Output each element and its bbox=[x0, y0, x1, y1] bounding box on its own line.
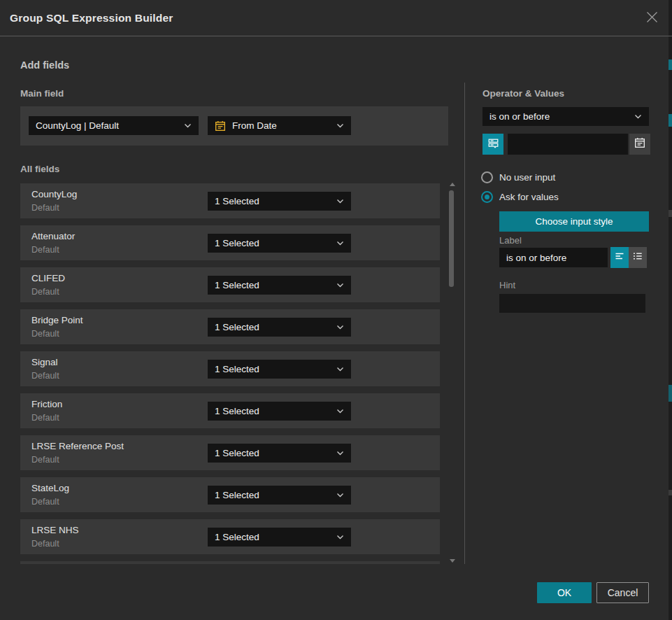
field-row-values-select[interactable]: 1 Selected bbox=[208, 486, 351, 505]
chevron-down-icon bbox=[336, 241, 344, 246]
list-scrollbar-thumb[interactable] bbox=[449, 190, 454, 287]
field-row-subtitle: Default bbox=[31, 287, 59, 297]
chevron-down-icon bbox=[336, 325, 344, 330]
hint-heading: Hint bbox=[499, 280, 515, 290]
field-row-values-select[interactable]: 1 Selected bbox=[208, 360, 351, 379]
field-row-subtitle: Default bbox=[31, 455, 59, 465]
close-icon bbox=[646, 11, 658, 26]
ok-button[interactable]: OK bbox=[537, 582, 592, 603]
close-button[interactable] bbox=[643, 9, 661, 27]
radio-no-user-input[interactable]: No user input bbox=[481, 171, 555, 183]
field-row: Bridge Point Default 1 Selected bbox=[20, 309, 440, 344]
field-row-subtitle: Default bbox=[31, 329, 59, 339]
field-row-values-select-value: 1 Selected bbox=[215, 406, 259, 416]
chevron-down-icon bbox=[634, 114, 642, 119]
chevron-down-icon bbox=[184, 123, 192, 128]
chevron-down-icon bbox=[336, 451, 344, 456]
choose-input-style-button[interactable]: Choose input style bbox=[499, 211, 649, 232]
field-row: CLIFED Default 1 Selected bbox=[20, 267, 440, 302]
scrollbar-up-arrow-icon[interactable] bbox=[450, 183, 455, 186]
field-row-subtitle: Default bbox=[31, 371, 59, 381]
chevron-down-icon bbox=[336, 535, 344, 540]
main-field-date-select-value: From Date bbox=[232, 120, 277, 131]
field-row-values-select[interactable]: 1 Selected bbox=[208, 444, 351, 463]
field-row-name: Bridge Point bbox=[31, 315, 83, 325]
value-source-button[interactable] bbox=[482, 134, 503, 155]
bulleted-list-icon bbox=[632, 251, 643, 265]
input-style-list-button[interactable] bbox=[629, 247, 647, 268]
field-row-name: LRSE Reference Post bbox=[31, 441, 124, 451]
field-row-name: CountyLog bbox=[31, 189, 77, 199]
field-row: LRSE NHS Default 1 Selected bbox=[20, 519, 440, 554]
field-row: CountyLog Default 1 Selected bbox=[20, 183, 440, 218]
field-row-values-select-value: 1 Selected bbox=[215, 280, 259, 290]
field-row-values-select-value: 1 Selected bbox=[215, 532, 259, 542]
operator-values-heading: Operator & Values bbox=[482, 88, 564, 99]
field-row: Signal Default 1 Selected bbox=[20, 351, 440, 386]
dialog-titlebar: Group SQL Expression Builder bbox=[0, 0, 669, 36]
chevron-down-icon bbox=[336, 493, 344, 498]
column-divider bbox=[464, 83, 465, 564]
radio-icon bbox=[481, 191, 493, 203]
radio-ask-for-values[interactable]: Ask for values bbox=[481, 191, 559, 203]
main-field-source-select-value: CountyLog | Default bbox=[36, 120, 119, 131]
group-sql-expression-builder-screen: Group SQL Expression Builder Add fields … bbox=[0, 0, 672, 620]
chevron-down-icon bbox=[336, 409, 344, 414]
field-row-subtitle: Default bbox=[31, 539, 59, 549]
field-row-partial bbox=[20, 561, 440, 564]
field-row-name: Attenuator bbox=[31, 231, 75, 241]
field-row-values-select-value: 1 Selected bbox=[215, 238, 259, 248]
all-fields-list: CountyLog Default 1 Selected Attenuator … bbox=[20, 181, 440, 564]
hint-input[interactable] bbox=[499, 294, 645, 313]
field-row-subtitle: Default bbox=[31, 203, 59, 213]
chevron-down-icon bbox=[336, 199, 344, 204]
scrollbar-down-arrow-icon[interactable] bbox=[450, 559, 455, 563]
align-left-icon bbox=[614, 251, 625, 265]
radio-no-user-input-label: No user input bbox=[499, 172, 555, 183]
field-row-subtitle: Default bbox=[31, 245, 59, 255]
value-calendar-button[interactable] bbox=[629, 134, 650, 155]
field-row-values-select-value: 1 Selected bbox=[215, 322, 259, 332]
field-row-values-select[interactable]: 1 Selected bbox=[208, 276, 351, 295]
field-row-values-select[interactable]: 1 Selected bbox=[208, 528, 351, 547]
main-field-source-select[interactable]: CountyLog | Default bbox=[29, 116, 199, 135]
field-row-name: CLIFED bbox=[31, 273, 65, 283]
chevron-down-icon bbox=[336, 283, 344, 288]
operator-select-value: is on or before bbox=[489, 111, 550, 122]
radio-icon bbox=[481, 171, 493, 183]
radio-ask-for-values-label: Ask for values bbox=[499, 192, 559, 202]
field-row-name: LRSE NHS bbox=[31, 525, 79, 535]
field-row-name: StateLog bbox=[31, 483, 69, 493]
value-input[interactable] bbox=[508, 134, 628, 155]
field-row-values-select-value: 1 Selected bbox=[215, 490, 259, 500]
field-row: Attenuator Default 1 Selected bbox=[20, 225, 440, 260]
operator-select[interactable]: is on or before bbox=[482, 107, 649, 126]
input-style-text-button[interactable] bbox=[610, 247, 629, 268]
field-row-name: Friction bbox=[31, 399, 62, 409]
field-row-values-select-value: 1 Selected bbox=[215, 448, 259, 458]
field-row: Friction Default 1 Selected bbox=[20, 393, 440, 428]
cancel-button[interactable]: Cancel bbox=[596, 582, 649, 603]
chevron-down-icon bbox=[336, 123, 344, 128]
label-heading: Label bbox=[499, 235, 522, 246]
group-sql-expression-builder-dialog: Group SQL Expression Builder Add fields … bbox=[0, 0, 669, 620]
field-row-values-select-value: 1 Selected bbox=[215, 364, 259, 374]
all-fields-heading: All fields bbox=[20, 164, 59, 174]
stacked-values-icon bbox=[487, 137, 499, 152]
field-row-name: Signal bbox=[31, 357, 58, 367]
label-input[interactable] bbox=[499, 248, 608, 267]
main-field-heading: Main field bbox=[20, 88, 64, 99]
field-row-values-select[interactable]: 1 Selected bbox=[208, 234, 351, 253]
field-row-values-select[interactable]: 1 Selected bbox=[208, 192, 351, 211]
field-row: LRSE Reference Post Default 1 Selected bbox=[20, 435, 440, 470]
calendar-icon bbox=[634, 137, 645, 151]
background-page-strip bbox=[669, 0, 672, 620]
field-row-values-select[interactable]: 1 Selected bbox=[208, 318, 351, 337]
dialog-title: Group SQL Expression Builder bbox=[10, 0, 173, 36]
main-field-date-select[interactable]: From Date bbox=[208, 116, 351, 135]
field-row-values-select[interactable]: 1 Selected bbox=[208, 402, 351, 421]
field-row: StateLog Default 1 Selected bbox=[20, 477, 440, 512]
calendar-icon bbox=[215, 120, 226, 132]
field-row-subtitle: Default bbox=[31, 413, 59, 423]
field-row-values-select-value: 1 Selected bbox=[215, 196, 259, 206]
